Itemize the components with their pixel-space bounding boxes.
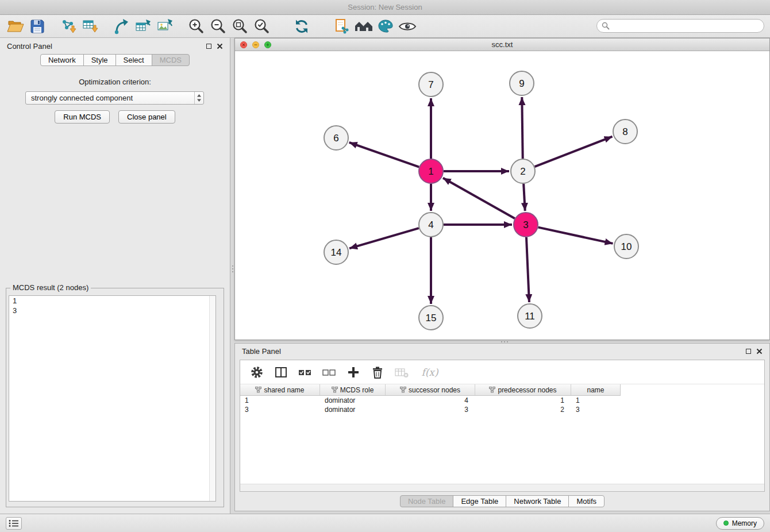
list-icon	[9, 519, 19, 527]
minimize-window-icon[interactable]	[252, 41, 259, 48]
node-label-9: 9	[519, 78, 524, 89]
edge-2-to-9[interactable]	[522, 97, 522, 159]
node-label-7: 7	[428, 79, 433, 90]
apply-style-button[interactable]	[375, 17, 396, 36]
table-row[interactable]: 1 dominator 4 1 1	[240, 396, 764, 405]
cell-mcds-role: dominator	[320, 405, 386, 414]
column-header-predecessor-nodes[interactable]: predecessor nodes	[475, 384, 571, 395]
table-header-row: shared name MCDS role successor nodes pr…	[240, 384, 621, 396]
tab-edge-table[interactable]: Edge Table	[453, 495, 506, 507]
optimization-criterion-select[interactable]: strongly connected component	[25, 91, 204, 105]
mcds-result-group: MCDS result (2 nodes) 1 3	[6, 288, 224, 507]
maximize-window-icon[interactable]	[264, 41, 271, 48]
node-label-15: 15	[426, 313, 437, 323]
tab-mcds[interactable]: MCDS	[152, 54, 190, 66]
tab-node-table[interactable]: Node Table	[400, 495, 454, 507]
mcds-result-list[interactable]: 1 3	[9, 295, 216, 502]
column-view-button[interactable]	[274, 365, 288, 380]
export-image-button[interactable]	[154, 17, 176, 36]
close-window-icon[interactable]	[240, 41, 247, 48]
column-header-shared-name[interactable]: shared name	[240, 384, 320, 395]
search-box[interactable]	[596, 19, 764, 33]
zoom-in-button[interactable]	[185, 17, 207, 36]
tab-network[interactable]: Network	[40, 54, 84, 66]
node-label-11: 11	[525, 311, 535, 322]
status-menu-button[interactable]	[6, 517, 22, 530]
refresh-icon	[293, 18, 310, 35]
tab-label: Node Table	[408, 497, 446, 506]
float-panel-icon[interactable]	[746, 349, 751, 354]
export-network-button[interactable]	[110, 17, 132, 36]
edge-4-to-14[interactable]	[349, 228, 419, 248]
tab-motifs[interactable]: Motifs	[568, 495, 605, 507]
close-panel-icon[interactable]	[756, 348, 763, 354]
edge-2-to-3[interactable]	[523, 184, 525, 211]
annotation-button[interactable]	[331, 17, 353, 36]
result-line: 1	[9, 296, 215, 306]
search-input[interactable]	[610, 21, 764, 31]
node-label-6: 6	[333, 133, 338, 144]
edge-3-to-1[interactable]	[443, 178, 515, 218]
network-window-titlebar[interactable]: scc.txt	[235, 38, 769, 51]
node-label-10: 10	[621, 241, 632, 252]
network-graph-canvas[interactable]: 1234678910111415	[235, 52, 769, 340]
memory-label: Memory	[732, 519, 757, 527]
open-folder-icon	[7, 18, 24, 35]
delete-column-button[interactable]	[370, 365, 385, 380]
tab-select[interactable]: Select	[116, 54, 152, 66]
zoom-fit-button[interactable]	[229, 17, 251, 36]
table-panel: Table Panel	[234, 343, 770, 511]
cell-predecessor-nodes: 1	[475, 396, 571, 405]
dropdown-arrows-icon	[194, 92, 203, 104]
zoom-selected-button[interactable]	[251, 17, 272, 36]
zoom-in-icon	[187, 18, 205, 35]
import-table-icon	[82, 18, 99, 35]
network-window-title: scc.txt	[492, 40, 513, 49]
column-header-successor-nodes[interactable]: successor nodes	[386, 384, 475, 395]
edge-2-to-8[interactable]	[535, 137, 613, 167]
table-row[interactable]: 3 dominator 3 2 3	[240, 405, 764, 414]
memory-button[interactable]: Memory	[716, 517, 764, 530]
show-hide-button[interactable]	[396, 17, 418, 36]
delete-table-button[interactable]	[394, 365, 409, 380]
open-file-button[interactable]	[5, 17, 26, 36]
memory-status-icon	[723, 521, 729, 526]
edge-1-to-6[interactable]	[349, 142, 419, 167]
function-builder-button[interactable]: f(x)	[418, 365, 441, 380]
checked-boxes-icon	[298, 365, 313, 379]
column-header-label: MCDS role	[340, 386, 374, 394]
first-neighbors-button[interactable]	[353, 17, 375, 36]
create-column-button[interactable]	[346, 365, 361, 380]
tab-label: Edge Table	[461, 497, 498, 506]
tab-label: Select	[124, 56, 144, 64]
float-panel-icon[interactable]	[206, 44, 211, 49]
table-horizontal-scrollbar[interactable]	[240, 484, 764, 491]
close-panel-button[interactable]: Close panel	[118, 110, 175, 124]
close-panel-icon[interactable]	[217, 43, 223, 49]
table-settings-button[interactable]	[249, 365, 264, 380]
zoom-out-icon	[209, 18, 226, 35]
node-label-1: 1	[428, 166, 433, 177]
mcds-result-title: MCDS result (2 nodes)	[10, 283, 91, 292]
edge-3-to-10[interactable]	[538, 228, 613, 244]
import-table-button[interactable]	[79, 17, 101, 36]
column-header-name[interactable]: name	[571, 384, 620, 395]
tab-network-table[interactable]: Network Table	[506, 495, 569, 507]
select-all-columns-button[interactable]	[298, 365, 313, 380]
node-table-container: f(x) shared name MCDS role successor nod…	[240, 360, 765, 492]
run-mcds-button[interactable]: Run MCDS	[55, 110, 110, 124]
zoom-out-button[interactable]	[207, 17, 229, 36]
result-scrollbar[interactable]	[209, 296, 215, 501]
column-type-icon	[400, 387, 406, 393]
apply-layout-button[interactable]	[291, 17, 313, 36]
tab-style[interactable]: Style	[83, 54, 116, 66]
vertical-splitter[interactable]	[230, 259, 234, 279]
trash-icon	[371, 365, 384, 379]
edge-3-to-11[interactable]	[526, 237, 529, 302]
save-session-button[interactable]	[26, 17, 48, 36]
deselect-all-columns-button[interactable]	[322, 365, 337, 380]
export-table-button[interactable]	[132, 17, 154, 36]
node-label-3: 3	[523, 219, 528, 230]
column-header-mcds-role[interactable]: MCDS role	[320, 384, 386, 395]
import-network-button[interactable]	[57, 17, 79, 36]
